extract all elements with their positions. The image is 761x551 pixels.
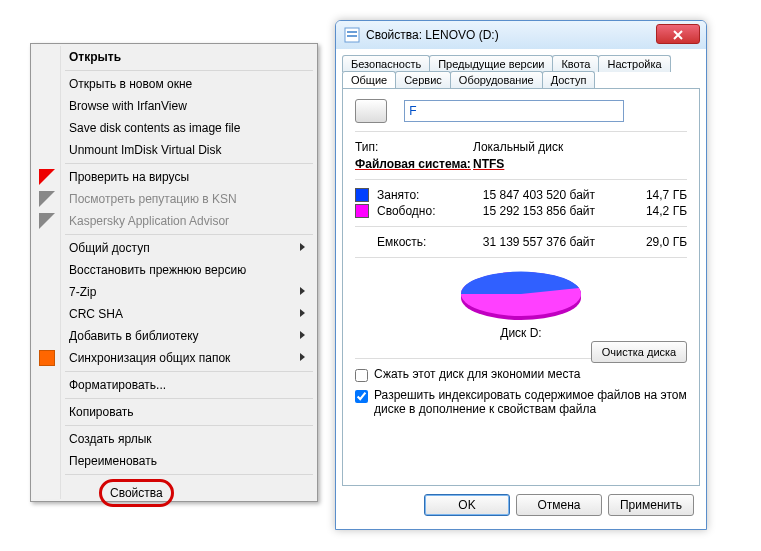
- menu-item[interactable]: Общий доступ: [33, 237, 315, 259]
- submenu-arrow-icon: [300, 309, 305, 317]
- svg-rect-1: [347, 31, 357, 33]
- index-checkbox[interactable]: [355, 390, 368, 403]
- menu-item[interactable]: Открыть в новом окне: [33, 73, 315, 95]
- menu-item[interactable]: 7-Zip: [33, 281, 315, 303]
- submenu-arrow-icon: [300, 353, 305, 361]
- capacity-bytes: 31 139 557 376 байт: [455, 235, 595, 249]
- menu-item[interactable]: Save disk contents as image file: [33, 117, 315, 139]
- menu-item[interactable]: Unmount ImDisk Virtual Disk: [33, 139, 315, 161]
- kg-icon: [39, 191, 55, 207]
- menu-item[interactable]: Проверить на вирусы: [33, 166, 315, 188]
- menu-item-label: Открыть в новом окне: [69, 77, 192, 91]
- tab-Доступ[interactable]: Доступ: [542, 71, 596, 88]
- type-label: Тип:: [355, 140, 473, 154]
- free-swatch: [355, 204, 369, 218]
- menu-item-label: Создать ярлык: [69, 432, 152, 446]
- menu-item-label: Save disk contents as image file: [69, 121, 240, 135]
- compress-label: Сжать этот диск для экономии места: [374, 367, 580, 381]
- submenu-arrow-icon: [300, 287, 305, 295]
- apply-button[interactable]: Применить: [608, 494, 694, 516]
- window-title: Свойства: LENOVO (D:): [366, 28, 706, 42]
- titlebar[interactable]: Свойства: LENOVO (D:): [336, 21, 706, 49]
- tab-panel-general: Тип: Локальный диск Файловая система: NT…: [342, 88, 700, 486]
- volume-name-input[interactable]: [404, 100, 624, 122]
- menu-item-label: Открыть: [69, 50, 121, 64]
- tab-Предыдущие версии[interactable]: Предыдущие версии: [429, 55, 553, 72]
- menu-item[interactable]: Открыть: [33, 46, 315, 68]
- menu-separator: [65, 474, 313, 475]
- menu-separator: [65, 234, 313, 235]
- free-gb: 14,2 ГБ: [595, 204, 687, 218]
- menu-item-label: Проверить на вирусы: [69, 170, 189, 184]
- menu-item-properties[interactable]: Свойства: [33, 477, 315, 499]
- dialog-buttons: OK Отмена Применить: [342, 486, 700, 516]
- menu-item[interactable]: CRC SHA: [33, 303, 315, 325]
- tab-Настройка[interactable]: Настройка: [598, 55, 670, 72]
- disk-usage-pie: [446, 266, 596, 324]
- disk-label: Диск D:: [355, 326, 687, 340]
- filesystem-label: Файловая система:: [355, 157, 473, 171]
- free-label: Свободно:: [377, 204, 455, 218]
- capacity-label: Емкость:: [377, 235, 455, 249]
- used-label: Занято:: [377, 188, 455, 202]
- kg-icon: [39, 213, 55, 229]
- type-value: Локальный диск: [473, 140, 687, 154]
- menu-separator: [65, 163, 313, 164]
- menu-item-label: Восстановить прежнюю версию: [69, 263, 246, 277]
- free-bytes: 15 292 153 856 байт: [455, 204, 595, 218]
- index-label: Разрешить индексировать содержимое файло…: [374, 388, 687, 416]
- k-icon: [39, 169, 55, 185]
- row-type: Тип: Локальный диск: [355, 140, 687, 154]
- menu-item-label: Общий доступ: [69, 241, 150, 255]
- row-free: Свободно: 15 292 153 856 байт 14,2 ГБ: [355, 204, 687, 218]
- used-bytes: 15 847 403 520 байт: [455, 188, 595, 202]
- menu-item-label: Kaspersky Application Advisor: [69, 214, 229, 228]
- compress-checkbox[interactable]: [355, 369, 368, 382]
- tab-Квота[interactable]: Квота: [552, 55, 599, 72]
- ok-button[interactable]: OK: [424, 494, 510, 516]
- tab-Общие[interactable]: Общие: [342, 71, 396, 88]
- tab-Оборудование[interactable]: Оборудование: [450, 71, 543, 88]
- row-filesystem: Файловая система: NTFS: [355, 157, 687, 171]
- menu-separator: [65, 398, 313, 399]
- menu-item-label: Переименовать: [69, 454, 157, 468]
- menu-item-label: 7-Zip: [69, 285, 96, 299]
- menu-item[interactable]: Создать ярлык: [33, 428, 315, 450]
- menu-item[interactable]: Синхронизация общих папок: [33, 347, 315, 369]
- tabs: БезопасностьПредыдущие версииКвотаНастро…: [342, 55, 700, 486]
- used-swatch: [355, 188, 369, 202]
- context-menu: ОткрытьОткрыть в новом окнеBrowse with I…: [30, 43, 318, 502]
- menu-separator: [65, 70, 313, 71]
- menu-item[interactable]: Browse with IrfanView: [33, 95, 315, 117]
- svg-rect-2: [347, 35, 357, 37]
- s-icon: [39, 350, 55, 366]
- tab-Сервис[interactable]: Сервис: [395, 71, 451, 88]
- menu-item: Kaspersky Application Advisor: [33, 210, 315, 232]
- compress-row: Сжать этот диск для экономии места: [355, 367, 687, 382]
- filesystem-value: NTFS: [473, 157, 687, 171]
- menu-item-label: Unmount ImDisk Virtual Disk: [69, 143, 221, 157]
- disk-cleanup-button[interactable]: Очистка диска: [591, 341, 687, 363]
- menu-item-label: Посмотреть репутацию в KSN: [69, 192, 237, 206]
- menu-separator: [65, 371, 313, 372]
- close-button[interactable]: [656, 24, 700, 44]
- menu-item[interactable]: Форматировать...: [33, 374, 315, 396]
- menu-separator: [65, 425, 313, 426]
- menu-item[interactable]: Копировать: [33, 401, 315, 423]
- menu-item-label: Синхронизация общих папок: [69, 351, 230, 365]
- menu-item[interactable]: Восстановить прежнюю версию: [33, 259, 315, 281]
- menu-item[interactable]: Переименовать: [33, 450, 315, 472]
- close-icon: [673, 30, 683, 40]
- properties-highlight: Свойства: [99, 479, 174, 507]
- menu-item-label: Копировать: [69, 405, 134, 419]
- menu-item-label: Browse with IrfanView: [69, 99, 187, 113]
- menu-item[interactable]: Добавить в библиотеку: [33, 325, 315, 347]
- cancel-button[interactable]: Отмена: [516, 494, 602, 516]
- menu-item-label: Форматировать...: [69, 378, 166, 392]
- menu-item-label: Добавить в библиотеку: [69, 329, 199, 343]
- drive-icon: [355, 99, 387, 123]
- used-gb: 14,7 ГБ: [595, 188, 687, 202]
- tab-Безопасность[interactable]: Безопасность: [342, 55, 430, 72]
- menu-item-label: CRC SHA: [69, 307, 123, 321]
- usage-table: Занято: 15 847 403 520 байт 14,7 ГБ Своб…: [355, 188, 687, 249]
